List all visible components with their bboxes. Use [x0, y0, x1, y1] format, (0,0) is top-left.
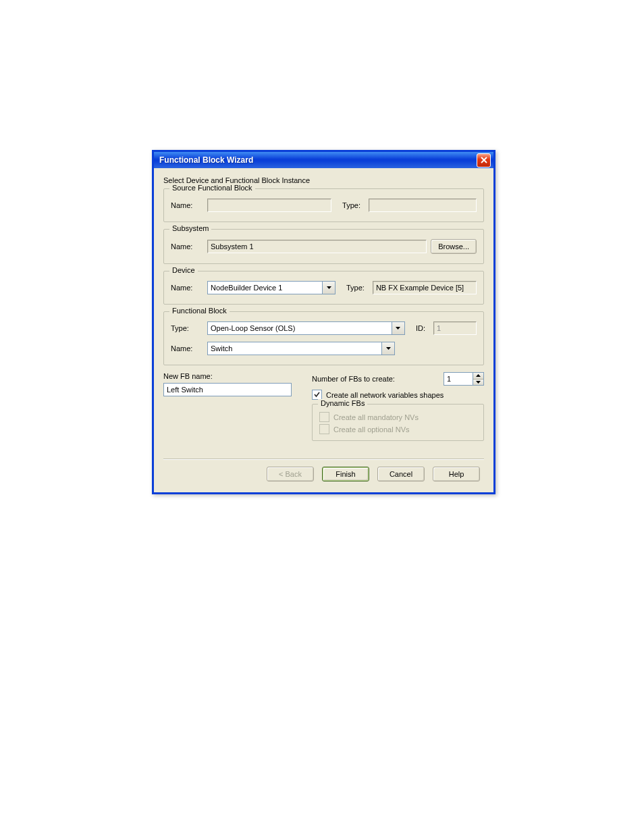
chk-create-mandatory-label: Create all mandatory NVs	[333, 413, 419, 421]
fb-id-label: ID:	[409, 324, 429, 332]
source-type-label: Type:	[336, 201, 365, 209]
spin-up[interactable]	[473, 373, 483, 380]
device-name-label: Name:	[171, 284, 203, 292]
chevron-down-icon	[476, 381, 481, 384]
fb-count-label: Number of FBs to create:	[312, 375, 439, 383]
fb-name-value: Switch	[207, 342, 381, 355]
chevron-down-icon	[327, 286, 331, 289]
chevron-down-icon	[396, 327, 400, 330]
close-icon	[481, 157, 487, 163]
group-device: Device Name: NodeBuilder Device 1 Type: …	[163, 271, 484, 305]
subsystem-legend: Subsystem	[169, 224, 211, 232]
device-legend: Device	[169, 266, 198, 274]
checkmark-icon	[313, 391, 321, 398]
button-row: < Back Finish Cancel Help	[163, 467, 484, 488]
group-source-fb: Source Functional Block Name: Type:	[163, 188, 484, 222]
subsystem-name-label: Name:	[171, 242, 203, 251]
device-type-label: Type:	[340, 284, 369, 292]
titlebar: Functional Block Wizard	[154, 152, 493, 168]
fb-type-dropdown[interactable]	[392, 321, 405, 335]
chevron-down-icon	[386, 347, 391, 350]
fb-count-spin[interactable]	[444, 372, 484, 386]
close-button[interactable]	[477, 153, 491, 167]
chk-create-optional: Create all optional NVs	[319, 424, 477, 434]
help-button[interactable]: Help	[433, 467, 480, 481]
finish-button[interactable]: Finish	[322, 467, 369, 481]
subsystem-name-value: Subsystem 1	[207, 240, 427, 253]
source-name-value	[207, 199, 331, 212]
group-functional-block: Functional Block Type: Open-Loop Sensor …	[163, 311, 484, 365]
device-type-value: NB FX Example Device [5]	[373, 281, 477, 294]
device-name-dropdown[interactable]	[322, 281, 336, 294]
chk-create-optional-label: Create all optional NVs	[333, 425, 410, 434]
fb-type-combo[interactable]: Open-Loop Sensor (OLS)	[207, 321, 405, 335]
dialog-window: Functional Block Wizard Select Device an…	[152, 150, 495, 494]
fb-count-input[interactable]	[444, 372, 473, 386]
chk-create-nv-shapes[interactable]: Create all network variables shapes	[312, 390, 484, 400]
group-subsystem: Subsystem Name: Subsystem 1 Browse...	[163, 229, 484, 264]
fb-id-value: 1	[433, 321, 477, 335]
fb-name-label: Name:	[171, 344, 203, 353]
spin-down[interactable]	[473, 380, 483, 386]
source-name-label: Name:	[171, 201, 203, 209]
separator	[163, 459, 484, 460]
window-title: Functional Block Wizard	[159, 155, 253, 165]
source-legend: Source Functional Block	[169, 184, 255, 192]
group-dynamic-fbs: Dynamic FBs Create all mandatory NVs Cre…	[312, 404, 484, 441]
fb-type-label: Type:	[171, 324, 203, 332]
fb-name-dropdown[interactable]	[381, 342, 395, 355]
new-fb-name-label: New FB name:	[163, 372, 292, 380]
dialog-body: Select Device and Functional Block Insta…	[154, 168, 493, 492]
chk-create-nv-shapes-label: Create all network variables shapes	[326, 391, 444, 399]
chevron-up-icon	[476, 374, 481, 377]
fb-name-combo[interactable]: Switch	[207, 342, 395, 355]
fb-legend: Functional Block	[169, 307, 230, 315]
fb-type-value: Open-Loop Sensor (OLS)	[207, 321, 392, 335]
source-type-value	[369, 199, 477, 212]
back-button: < Back	[267, 467, 314, 481]
new-fb-name-input[interactable]	[163, 383, 292, 396]
browse-button[interactable]: Browse...	[431, 239, 477, 254]
device-name-combo[interactable]: NodeBuilder Device 1	[207, 281, 336, 294]
device-name-value: NodeBuilder Device 1	[207, 281, 322, 294]
chk-create-mandatory: Create all mandatory NVs	[319, 412, 477, 422]
cancel-button[interactable]: Cancel	[377, 467, 425, 481]
dynamic-fbs-legend: Dynamic FBs	[318, 399, 367, 407]
